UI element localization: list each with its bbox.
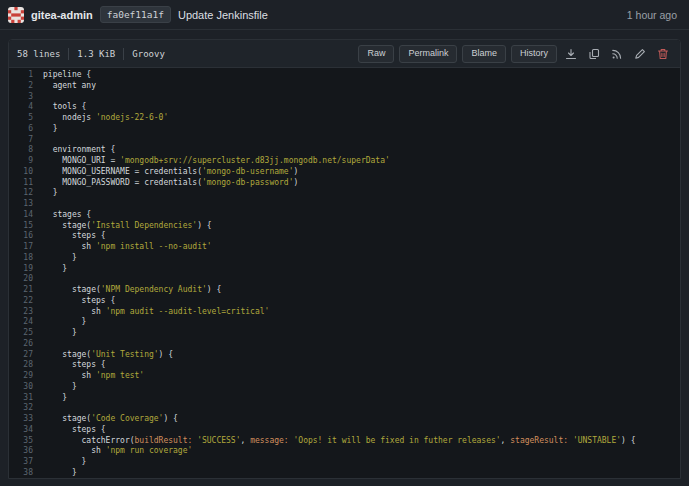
- line-number[interactable]: 12: [9, 188, 43, 199]
- code-lines: 1pipeline {2 agent any34 tools {5 nodejs…: [9, 68, 680, 479]
- line-number[interactable]: 5: [9, 113, 43, 124]
- edit-icon[interactable]: [631, 45, 649, 63]
- code-text: catchError(buildResult: 'SUCCESS', messa…: [43, 436, 636, 447]
- line-number[interactable]: 25: [9, 328, 43, 339]
- code-line: 5 nodejs 'nodejs-22-6-0': [9, 113, 680, 124]
- code-line: 23 sh 'npm audit --audit-level=critical': [9, 307, 680, 318]
- line-number[interactable]: 22: [9, 296, 43, 307]
- line-number[interactable]: 36: [9, 446, 43, 457]
- line-number[interactable]: 13: [9, 199, 43, 210]
- code-line: 16 steps {: [9, 231, 680, 242]
- line-number[interactable]: 29: [9, 371, 43, 382]
- line-number[interactable]: 34: [9, 425, 43, 436]
- raw-button[interactable]: Raw: [358, 45, 394, 63]
- line-number[interactable]: 28: [9, 360, 43, 371]
- line-number[interactable]: 37: [9, 457, 43, 468]
- file-info: 58 lines 1.3 KiB Groovy: [17, 48, 165, 60]
- commit-author[interactable]: gitea-admin: [31, 9, 93, 21]
- code-line: 10 MONGO_USERNAME = credentials('mongo-d…: [9, 167, 680, 178]
- line-number[interactable]: 15: [9, 221, 43, 232]
- line-number[interactable]: 1: [9, 70, 43, 81]
- code-text: pipeline {: [43, 70, 91, 81]
- file-lines-count: 58 lines: [17, 49, 60, 59]
- line-number[interactable]: 11: [9, 178, 43, 189]
- code-line: 30 }: [9, 382, 680, 393]
- line-number[interactable]: 39: [9, 479, 43, 480]
- commit-header: gitea-admin fa0ef11a1f Update Jenkinsfil…: [0, 0, 689, 30]
- line-number[interactable]: 3: [9, 92, 43, 103]
- code-line: 26: [9, 339, 680, 350]
- line-number[interactable]: 19: [9, 264, 43, 275]
- line-number[interactable]: 14: [9, 210, 43, 221]
- code-line: 22 steps {: [9, 296, 680, 307]
- line-number[interactable]: 18: [9, 253, 43, 264]
- code-text: stage('Install Dependencies') {: [43, 221, 212, 232]
- code-line: 19 }: [9, 264, 680, 275]
- code-text: }: [43, 124, 57, 135]
- avatar[interactable]: [8, 7, 24, 23]
- code-line: 29 sh 'npm test': [9, 371, 680, 382]
- copy-icon[interactable]: [585, 45, 603, 63]
- code-line: 33 stage('Code Coverage') {: [9, 414, 680, 425]
- line-number[interactable]: 4: [9, 102, 43, 113]
- line-number[interactable]: 35: [9, 436, 43, 447]
- history-button[interactable]: History: [511, 45, 557, 63]
- line-number[interactable]: 10: [9, 167, 43, 178]
- line-number[interactable]: 38: [9, 468, 43, 479]
- code-line: 38 }: [9, 468, 680, 479]
- line-number[interactable]: 9: [9, 156, 43, 167]
- code-text: steps {: [43, 231, 106, 242]
- code-line: 18 }: [9, 253, 680, 264]
- code-line: 8 environment {: [9, 145, 680, 156]
- permalink-button[interactable]: Permalink: [399, 45, 457, 63]
- divider: [123, 48, 124, 60]
- line-number[interactable]: 23: [9, 307, 43, 318]
- commit-hash-badge[interactable]: fa0ef11a1f: [100, 6, 171, 23]
- blame-button[interactable]: Blame: [462, 45, 506, 63]
- code-text: steps {: [43, 296, 115, 307]
- code-line: 27 stage('Unit Testing') {: [9, 350, 680, 361]
- line-number[interactable]: 20: [9, 274, 43, 285]
- code-text: MONGO_USERNAME = credentials('mongo-db-u…: [43, 167, 298, 178]
- code-text: }: [43, 457, 86, 468]
- line-number[interactable]: 31: [9, 393, 43, 404]
- commit-message[interactable]: Update Jenkinsfile: [178, 9, 268, 21]
- code-line: 13: [9, 199, 680, 210]
- line-number[interactable]: 2: [9, 81, 43, 92]
- code-line: 21 stage('NPM Dependency Audit') {: [9, 285, 680, 296]
- line-number[interactable]: 6: [9, 124, 43, 135]
- line-number[interactable]: 33: [9, 414, 43, 425]
- download-icon[interactable]: [562, 45, 580, 63]
- code-text: MONGO_PASSWORD = credentials('mongo-db-p…: [43, 178, 298, 189]
- delete-icon[interactable]: [654, 45, 672, 63]
- code-text: sh 'npm run coverage': [43, 446, 192, 457]
- code-text: stage('Unit Testing') {: [43, 350, 173, 361]
- line-number[interactable]: 21: [9, 285, 43, 296]
- line-number[interactable]: 16: [9, 231, 43, 242]
- code-text: steps {: [43, 425, 106, 436]
- line-number[interactable]: 24: [9, 317, 43, 328]
- line-number[interactable]: 7: [9, 135, 43, 146]
- code-text: }: [43, 382, 77, 393]
- line-number[interactable]: 17: [9, 242, 43, 253]
- line-number[interactable]: 8: [9, 145, 43, 156]
- line-number[interactable]: 30: [9, 382, 43, 393]
- code-line: 14 stages {: [9, 210, 680, 221]
- line-number[interactable]: 27: [9, 350, 43, 361]
- line-number[interactable]: 32: [9, 403, 43, 414]
- code-text: sh 'npm test': [43, 371, 144, 382]
- code-line: 1pipeline {: [9, 70, 680, 81]
- code-text: agent any: [43, 81, 96, 92]
- code-text: nodejs 'nodejs-22-6-0': [43, 113, 168, 124]
- file-language: Groovy: [132, 49, 165, 59]
- rss-icon[interactable]: [608, 45, 626, 63]
- line-number[interactable]: 26: [9, 339, 43, 350]
- code-line: 20: [9, 274, 680, 285]
- code-text: MONGO_URI = 'mongodb+srv://supercluster.…: [43, 156, 390, 167]
- code-line: 28 steps {: [9, 360, 680, 371]
- file-header-bar: 58 lines 1.3 KiB Groovy Raw Permalink Bl…: [9, 40, 680, 68]
- code-text: sh 'npm audit --audit-level=critical': [43, 307, 269, 318]
- code-line: 37 }: [9, 457, 680, 468]
- code-line: 25 }: [9, 328, 680, 339]
- code-line: 35 catchError(buildResult: 'SUCCESS', me…: [9, 436, 680, 447]
